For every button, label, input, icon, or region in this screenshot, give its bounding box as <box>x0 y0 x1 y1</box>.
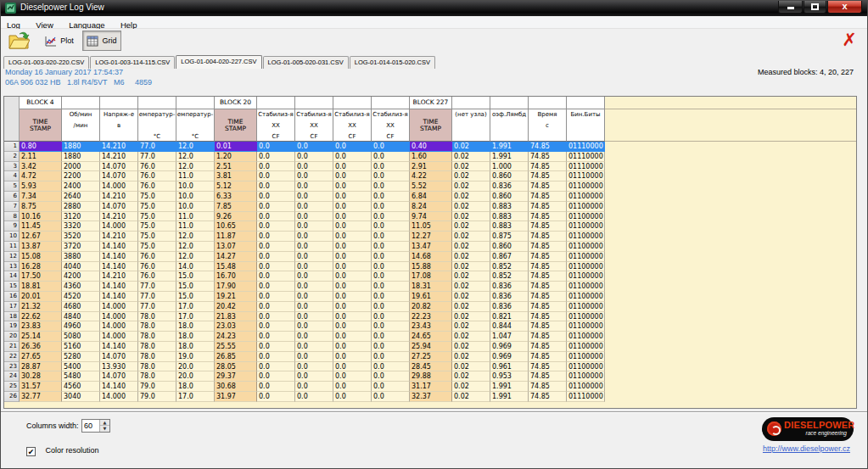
grid-cell[interactable]: 0.0 <box>257 262 295 272</box>
grid-cell[interactable]: 0.0 <box>372 221 410 232</box>
grid-cell[interactable]: 0.0 <box>372 242 410 252</box>
grid-cell[interactable]: 4.22 <box>410 171 452 181</box>
grid-cell[interactable]: 7.85 <box>215 202 257 212</box>
grid-cell[interactable]: 0.0 <box>257 332 295 342</box>
grid-cell[interactable]: 14.000 <box>100 332 138 342</box>
grid-cell[interactable]: 4960 <box>62 321 100 332</box>
grid-cell[interactable]: 0.860 <box>490 242 529 252</box>
grid-cell[interactable]: 19.21 <box>215 292 257 302</box>
grid-cell[interactable]: 10.16 <box>20 212 62 222</box>
grid-cell[interactable]: 0.0 <box>295 262 333 272</box>
grid-cell[interactable]: 29.88 <box>410 371 452 382</box>
grid-cell[interactable]: 2.91 <box>410 162 452 172</box>
row-number[interactable]: 22 <box>4 352 20 362</box>
grid-cell[interactable]: 0.0 <box>333 321 372 332</box>
grid-cell[interactable]: 01100000 <box>567 262 605 272</box>
grid-cell[interactable]: 13.87 <box>20 242 62 252</box>
grid-cell[interactable]: 0.969 <box>490 342 529 352</box>
row-number[interactable]: 25 <box>4 382 20 392</box>
grid-cell[interactable]: 14.210 <box>100 152 138 162</box>
grid-cell[interactable]: 17.50 <box>20 271 62 282</box>
grid-cell[interactable]: 0.0 <box>257 302 295 312</box>
grid-cell[interactable]: 0.0 <box>333 371 372 382</box>
row-number[interactable]: 15 <box>4 282 20 292</box>
grid-cell[interactable]: 0.0 <box>372 382 410 392</box>
grid-cell[interactable]: 11.0 <box>176 221 215 232</box>
grid-cell[interactable]: 16.70 <box>215 271 257 282</box>
grid-cell[interactable]: 0.875 <box>490 232 529 242</box>
grid-cell[interactable]: 1.991 <box>490 392 529 402</box>
grid-cell[interactable]: 6.33 <box>215 192 257 202</box>
grid-cell[interactable]: 0.836 <box>490 282 529 292</box>
row-number[interactable]: 20 <box>4 332 20 342</box>
grid-cell[interactable]: 14.000 <box>100 321 138 332</box>
grid-cell[interactable]: 0.0 <box>372 252 410 262</box>
grid-cell[interactable]: 4040 <box>62 262 100 272</box>
grid-cell[interactable]: 76.0 <box>138 171 176 181</box>
grid-cell[interactable]: 10.0 <box>176 202 215 212</box>
grid-cell[interactable]: 01100000 <box>567 312 605 322</box>
grid-cell[interactable]: 01100000 <box>567 232 605 242</box>
stepper-up-icon[interactable]: ▲ <box>100 420 109 426</box>
grid-cell[interactable]: 0.02 <box>452 262 490 272</box>
grid-cell[interactable]: 0.0 <box>257 371 295 382</box>
grid-cell[interactable]: 0.969 <box>490 352 529 362</box>
grid-cell[interactable]: 14.68 <box>410 252 452 262</box>
maximize-button[interactable] <box>804 1 826 14</box>
grid-cell[interactable]: 0.0 <box>257 342 295 352</box>
grid-cell[interactable]: 10.0 <box>176 192 215 202</box>
grid-cell[interactable]: 01110000 <box>567 392 605 402</box>
grid-cell[interactable]: 01100000 <box>567 302 605 312</box>
grid-cell[interactable]: 2400 <box>62 181 100 192</box>
grid-cell[interactable]: 01100000 <box>567 352 605 362</box>
grid-cell[interactable]: 0.0 <box>333 292 372 302</box>
grid-cell[interactable]: 0.0 <box>372 282 410 292</box>
grid-cell[interactable]: 0.02 <box>452 371 490 382</box>
grid-cell[interactable]: 0.80 <box>20 142 62 152</box>
row-number[interactable]: 8 <box>4 212 20 222</box>
grid-cell[interactable]: 0.0 <box>295 371 333 382</box>
grid-cell[interactable]: 0.0 <box>295 271 333 282</box>
grid-cell[interactable]: 78.0 <box>138 371 176 382</box>
row-number[interactable]: 1 <box>4 142 20 152</box>
grid-cell[interactable]: 9.26 <box>215 212 257 222</box>
grid-cell[interactable]: 5480 <box>62 371 100 382</box>
grid-cell[interactable]: 14.140 <box>100 292 138 302</box>
columns-width-stepper[interactable]: 60 ▲ ▼ <box>81 419 110 433</box>
grid-cell[interactable]: 14.140 <box>100 282 138 292</box>
grid-cell[interactable]: 30.68 <box>215 382 257 392</box>
grid-cell[interactable]: 0.0 <box>257 382 295 392</box>
grid-cell[interactable]: 30.28 <box>20 371 62 382</box>
grid-cell[interactable]: 11.45 <box>20 221 62 232</box>
grid-cell[interactable]: 0.02 <box>452 332 490 342</box>
grid-cell[interactable]: 23.83 <box>20 321 62 332</box>
grid-cell[interactable]: 0.0 <box>372 232 410 242</box>
grid-cell[interactable]: 15.48 <box>215 262 257 272</box>
row-number[interactable]: 5 <box>4 181 20 192</box>
grid-cell[interactable]: 0.02 <box>452 321 490 332</box>
grid-cell[interactable]: 0.0 <box>295 252 333 262</box>
grid-cell[interactable]: 76.0 <box>138 162 176 172</box>
grid-cell[interactable]: 15.0 <box>176 292 215 302</box>
grid-cell[interactable]: 0.836 <box>490 302 529 312</box>
grid-cell[interactable]: 23.43 <box>410 321 452 332</box>
grid-cell[interactable]: 18.0 <box>176 332 215 342</box>
grid-cell[interactable]: 1.000 <box>490 162 529 172</box>
grid-cell[interactable]: 0.02 <box>452 192 490 202</box>
grid-cell[interactable]: 0.0 <box>295 192 333 202</box>
grid-cell[interactable]: 78.0 <box>138 352 176 362</box>
grid-cell[interactable]: 01100000 <box>567 221 605 232</box>
grid-cell[interactable]: 0.0 <box>295 181 333 192</box>
grid-cell[interactable]: 0.0 <box>295 282 333 292</box>
grid-cell[interactable]: 01110000 <box>567 162 605 172</box>
grid-cell[interactable]: 0.0 <box>333 162 372 172</box>
grid-cell[interactable]: 2000 <box>62 162 100 172</box>
grid-cell[interactable]: 74.85 <box>529 342 567 352</box>
dieselpower-logo[interactable]: DIESELPOWER race engineering <box>762 417 854 441</box>
grid-cell[interactable]: 0.02 <box>452 352 490 362</box>
row-number[interactable]: 19 <box>4 321 20 332</box>
grid-cell[interactable]: 0.0 <box>333 392 372 402</box>
grid-cell[interactable]: 0.0 <box>257 142 295 152</box>
grid-cell[interactable]: 78.0 <box>138 332 176 342</box>
grid-cell[interactable]: 12.0 <box>176 142 215 152</box>
